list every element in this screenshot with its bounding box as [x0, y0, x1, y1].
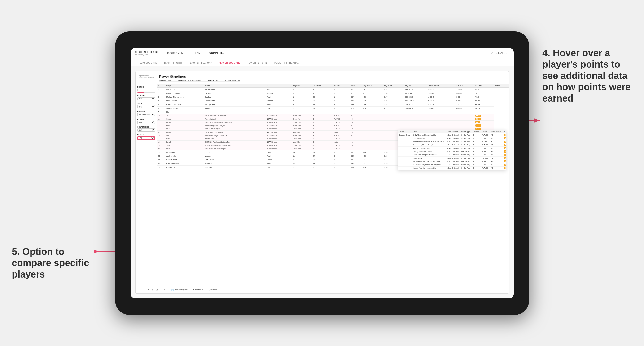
popup-points-badge[interactable]: 73.33	[504, 144, 506, 146]
popup-cell: 37.67	[502, 147, 506, 150]
table-cell: Stroke Play	[292, 114, 312, 117]
table-cell: 27	[312, 106, 333, 110]
popup-table: Player Event Event Division Event Type R…	[398, 130, 506, 170]
table-cell: SEC Stroke Play hosted by Jerry Pate	[204, 144, 266, 147]
points-badge-yellow[interactable]: 37.67	[475, 128, 482, 130]
no-rds-slider[interactable]	[138, 92, 155, 93]
toolbar-forward[interactable]: →	[143, 289, 145, 291]
points-badge-yellow[interactable]: 53.60	[475, 118, 482, 120]
sub-nav-player-summary[interactable]: PLAYER SUMMARY	[216, 62, 244, 66]
conference-select[interactable]: (All)	[138, 129, 155, 132]
player-select[interactable]: (All)	[138, 136, 155, 140]
table-cell: 7	[292, 165, 312, 169]
table-cell: -2.7	[362, 91, 383, 95]
table-cell: 1	[333, 150, 350, 154]
table-cell: 208-86-13	[404, 95, 426, 99]
popup-points-badge[interactable]: 24.11	[504, 151, 506, 153]
col-points: Points	[494, 84, 509, 88]
toolbar-watch[interactable]: 👁 Watch ▾	[192, 289, 203, 291]
table-cell	[383, 124, 404, 127]
table-cell: Georgia Tech	[204, 103, 266, 106]
table-cell: 7	[157, 110, 165, 114]
popup-points-badge[interactable]: 25.98	[504, 160, 506, 163]
top-nav-right: ◁ | Sign out	[491, 52, 509, 54]
points-badge-yellow[interactable]: 73.33	[475, 125, 482, 127]
sub-nav-player-h2h-heatmap[interactable]: PLAYER H2H HEATMAP	[271, 62, 304, 66]
table-row[interactable]: 4Luke ClantonFlorida StateSecond527268.2…	[157, 99, 509, 103]
table-cell: 2	[292, 103, 312, 106]
popup-cell: +1	[490, 153, 502, 156]
popup-cell: Stroke Play	[460, 143, 472, 147]
col-wins: Wins	[350, 84, 362, 88]
toolbar-more[interactable]: ···	[160, 289, 162, 291]
popup-col-w-points: W Points	[502, 130, 506, 134]
popup-points-badge[interactable]: 46.7	[504, 141, 506, 143]
popup-row: SEC Match Play hosted by Jerry PateNCAA …	[398, 160, 506, 163]
popup-points-badge[interactable]: 16.50	[504, 154, 506, 156]
popup-points-badge[interactable]: 66.40	[504, 167, 506, 169]
sub-nav-team-summary[interactable]: TEAM SUMMARY	[135, 62, 160, 66]
points-badge-yellow[interactable]: 60.64	[475, 115, 482, 117]
table-cell: 35-16-4	[454, 91, 474, 95]
table-row[interactable]: 3Michael ThorbjornsenStanfordFourth12016…	[157, 95, 509, 99]
popup-points-badge[interactable]: 37.67	[504, 147, 506, 149]
table-cell: Fourth	[266, 103, 292, 106]
table-cell: +1	[350, 137, 362, 140]
sub-nav-team-h2h-heatmap[interactable]: TEAM H2H HEATMAP	[186, 62, 216, 66]
no-rds-min[interactable]	[138, 89, 145, 91]
gender-select[interactable]: Men Women	[138, 97, 155, 100]
table-cell: NCAA Division I	[266, 130, 292, 134]
nav-committee[interactable]: COMMITTEE	[209, 52, 225, 54]
popup-points-badge[interactable]: 30.47	[504, 157, 506, 159]
popup-cell: SEC Stroke Play hosted by Jerry Pate	[411, 163, 446, 166]
toolbar-add[interactable]: ⊕	[152, 289, 154, 291]
table-row[interactable]: 5Christo LamprechtGeorgia TechFourth2212…	[157, 103, 509, 106]
table-row-expanded[interactable]: 13PhichSouthern Highlands CollegiateNCAA…	[157, 124, 509, 127]
toolbar-view-original[interactable]: 📄 View: Original	[171, 289, 188, 291]
table-row-expanded[interactable]: 11GordoTiger InvitationalNCAA Division I…	[157, 117, 509, 120]
toolbar-refresh[interactable]: ↺	[147, 289, 149, 291]
table-row[interactable]: 6Jackson KoivuAuburnFirst227167.5-2.02.7…	[157, 106, 509, 110]
table-cell: Match Play	[292, 140, 312, 144]
year-select[interactable]: (All)	[138, 105, 155, 108]
nav-tournaments[interactable]: TOURNAMENTS	[167, 52, 186, 54]
table-cell: 68.7	[350, 150, 362, 154]
popup-cell	[398, 166, 411, 170]
table-cell: SEC Match Play hosted by Jerry Pate	[204, 140, 266, 144]
toolbar-download[interactable]: ↓	[205, 289, 206, 291]
popup-cell	[398, 160, 411, 163]
sub-nav-player-h2h-grid[interactable]: PLAYER H2H GRID	[244, 62, 271, 66]
popup-points-badge[interactable]: 53.60	[504, 137, 506, 139]
popup-points-badge[interactable]: 60.64	[504, 134, 506, 136]
table-cell: Tiger	[165, 144, 204, 147]
table-cell: 11	[292, 154, 312, 158]
toolbar-timer[interactable]: ⏱	[164, 289, 166, 291]
toolbar-remove[interactable]: ⊟	[156, 289, 158, 291]
popup-cell: Southern Highlands Collegiate	[411, 143, 446, 147]
no-rds-max[interactable]	[146, 89, 153, 91]
nav-teams[interactable]: TEAMS	[194, 52, 202, 54]
annotation-right-text: Hover over a player's points to see addi…	[542, 48, 630, 103]
sign-out-link[interactable]: Sign out	[496, 52, 509, 54]
points-badge-yellow[interactable]: 46.7	[475, 121, 480, 123]
table-row[interactable]: 7Nichi	[157, 110, 509, 114]
table-row-expanded[interactable]: 12BrennWake Forest Invitational at Pineh…	[157, 120, 509, 124]
table-cell: Second	[266, 91, 292, 95]
popup-cell: +1	[490, 143, 502, 147]
toolbar-share[interactable]: ⬡ Share	[209, 289, 217, 291]
toolbar-back[interactable]: ←	[138, 289, 140, 291]
table-row[interactable]: 1Wenyi DingArizona StateFirst115167.1-3.…	[157, 87, 509, 91]
region-select[interactable]: N/A	[138, 121, 155, 124]
table-row[interactable]: 2Michael La SassoOle MissSecond118067.1-…	[157, 91, 509, 95]
update-time-label: Update time:	[139, 75, 154, 77]
sub-nav-team-h2h-grid[interactable]: TEAM H2H GRID	[160, 62, 186, 66]
table-cell: 23	[312, 165, 333, 169]
gender-label: Gender:	[159, 79, 166, 81]
popup-points-badge[interactable]: 56.18	[504, 164, 506, 166]
division-select[interactable]: NCAA Division I	[138, 113, 155, 116]
table-cell: Stroke Play	[292, 137, 312, 140]
popup-cell: 3	[472, 133, 480, 137]
table-cell: Fourth	[266, 162, 292, 165]
table-row-expanded[interactable]: 10JacksUNCW Seahawk IntercollegiateNCAA …	[157, 114, 509, 117]
division-label: Division:	[178, 79, 186, 81]
